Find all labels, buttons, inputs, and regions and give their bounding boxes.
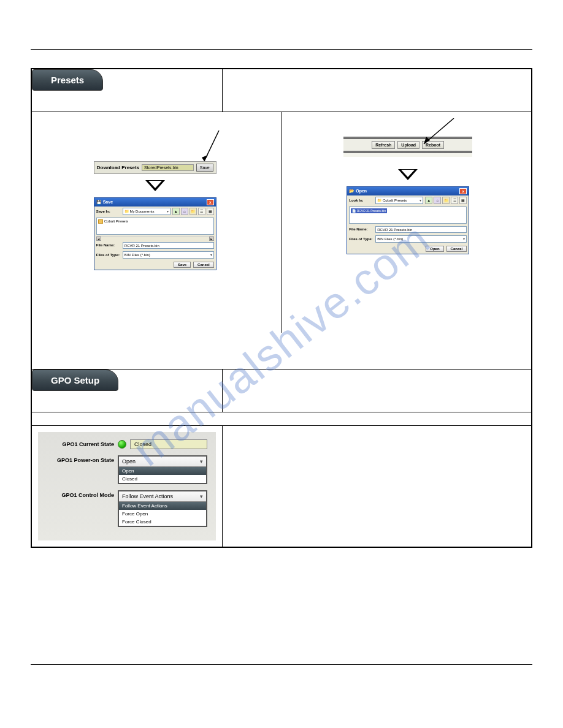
open-filetype-label: Files of Type:: [349, 237, 373, 241]
control-option-force-closed[interactable]: Force Closed: [119, 518, 206, 526]
filetype-label: Files of Type:: [96, 253, 121, 257]
gpo-panel: GPO1 Current State Closed GPO1 Power-on …: [38, 432, 216, 540]
up-folder-icon[interactable]: ▲: [425, 197, 432, 204]
selected-file-item[interactable]: 📄 RCVR 21 Presets.bin: [351, 208, 387, 213]
gpo1-poweron-select[interactable]: Open ▾ Open Closed: [118, 455, 207, 484]
open-filetype-combo[interactable]: BIN Files (*.bin) ▾: [375, 235, 467, 243]
save-dialog-title: 💾 Save: [96, 200, 113, 205]
list-view-icon[interactable]: ☰: [451, 197, 458, 204]
download-save-button[interactable]: Save: [196, 164, 213, 172]
content-table: Presets Download Presets StoredPresets.b…: [31, 68, 532, 548]
chevron-down-icon: ▾: [463, 237, 465, 241]
save-in-combo[interactable]: 📁 My Documents ▾: [123, 208, 170, 215]
look-in-combo[interactable]: 📁 Cobalt Presets ▾: [375, 197, 423, 204]
upload-button[interactable]: Upload: [397, 141, 419, 149]
open-dialog-open-button[interactable]: Open: [426, 246, 443, 252]
download-presets-label: Download Presets: [97, 165, 139, 170]
open-file-list[interactable]: 📄 RCVR 21 Presets.bin: [349, 207, 467, 224]
chevron-down-icon: ▾: [419, 198, 421, 202]
down-arrow-icon: [145, 180, 165, 191]
gpo1-control-label: GPO1 Control Mode: [47, 490, 114, 498]
gpo1-current-state-value: Closed: [130, 439, 207, 449]
save-dialog-cancel-button[interactable]: Cancel: [193, 262, 214, 268]
folder-icon: [98, 219, 103, 224]
download-filename-field[interactable]: StoredPresets.bin: [142, 164, 194, 171]
open-filename-label: File Name:: [349, 227, 373, 231]
details-view-icon[interactable]: ▦: [207, 208, 214, 215]
list-view-icon[interactable]: ☰: [198, 208, 205, 215]
new-folder-icon[interactable]: 📁: [442, 197, 450, 204]
save-dialog-save-button[interactable]: Save: [174, 262, 191, 268]
poweron-option-open[interactable]: Open: [119, 467, 206, 475]
gpo1-poweron-label: GPO1 Power-on State: [47, 455, 114, 463]
home-icon[interactable]: ⌂: [434, 197, 441, 204]
open-dialog-cancel-button[interactable]: Cancel: [446, 246, 467, 252]
gpo1-control-select[interactable]: Follow Event Actions ▾ Follow Event Acti…: [118, 490, 207, 527]
control-option-force-open[interactable]: Force Open: [119, 510, 206, 518]
close-icon[interactable]: ×: [459, 188, 467, 194]
presets-tab[interactable]: Presets: [32, 69, 103, 91]
gpo-setup-tab[interactable]: GPO Setup: [32, 370, 118, 391]
details-view-icon[interactable]: ▦: [459, 197, 467, 204]
up-folder-icon[interactable]: ▲: [172, 208, 180, 215]
control-option-follow[interactable]: Follow Event Actions: [119, 502, 206, 510]
filename-label: File Name:: [96, 243, 121, 247]
status-led-icon: [118, 440, 126, 449]
remote-toolbar: Refresh Upload Reboot: [343, 137, 472, 157]
chevron-down-icon: ▾: [200, 458, 203, 464]
home-icon[interactable]: ⌂: [181, 208, 188, 215]
reboot-button[interactable]: Reboot: [422, 141, 444, 149]
look-in-label: Look In:: [349, 199, 373, 202]
open-dialog: 📂 Open × Look In: 📁 Cobalt Presets ▾ ▲: [347, 186, 469, 254]
svg-marker-1: [202, 155, 208, 161]
svg-line-0: [204, 131, 219, 161]
down-arrow-icon: [398, 169, 418, 180]
gpo1-current-state-label: GPO1 Current State: [47, 439, 114, 447]
refresh-button[interactable]: Refresh: [372, 141, 395, 149]
open-filename-input[interactable]: RCVR 21 Presets.bin: [375, 226, 467, 233]
chevron-down-icon: ▾: [210, 252, 212, 257]
open-dialog-title: 📂 Open: [349, 189, 367, 194]
save-dialog: 💾 Save × Save In: 📁 My Documents ▾ ▲: [94, 197, 216, 270]
close-icon[interactable]: ×: [207, 199, 214, 205]
chevron-down-icon: ▾: [167, 209, 169, 213]
download-presets-bar: Download Presets StoredPresets.bin Save: [94, 161, 216, 174]
save-in-label: Save In:: [96, 210, 121, 213]
filename-input[interactable]: RCVR 21 Presets.bin: [123, 242, 214, 249]
poweron-option-closed[interactable]: Closed: [119, 475, 206, 483]
chevron-down-icon: ▾: [200, 493, 203, 499]
save-file-list[interactable]: Cobalt Presets: [96, 218, 214, 235]
new-folder-icon[interactable]: 📁: [190, 208, 197, 215]
save-scrollbar[interactable]: ◄►: [96, 236, 214, 241]
filetype-combo[interactable]: BIN Files (*.bin) ▾: [123, 251, 214, 259]
